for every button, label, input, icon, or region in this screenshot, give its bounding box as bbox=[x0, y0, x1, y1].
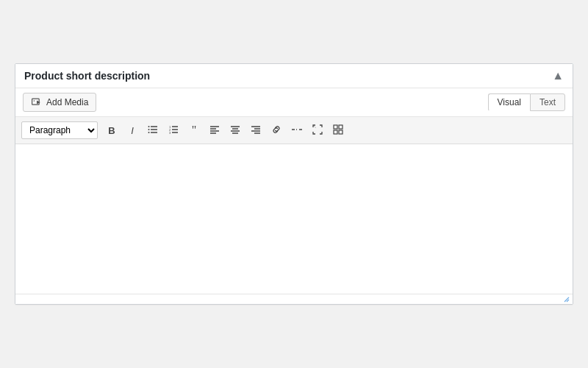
svg-rect-32 bbox=[339, 125, 343, 129]
svg-marker-1 bbox=[37, 101, 40, 105]
bold-icon: B bbox=[108, 125, 115, 136]
blockquote-icon: " bbox=[192, 124, 197, 136]
blockquote-button[interactable]: " bbox=[184, 121, 204, 140]
svg-line-35 bbox=[564, 297, 569, 302]
more-tag-button[interactable] bbox=[287, 121, 306, 140]
italic-button[interactable]: I bbox=[123, 121, 142, 140]
collapse-icon[interactable]: ▲ bbox=[552, 70, 564, 82]
paragraph-select[interactable]: Paragraph Heading 1 Heading 2 Heading 3 … bbox=[21, 121, 98, 139]
kitchen-sink-button[interactable] bbox=[329, 121, 348, 140]
insert-link-icon bbox=[271, 124, 282, 137]
align-left-button[interactable] bbox=[205, 121, 224, 140]
resize-handle-icon bbox=[562, 295, 570, 304]
align-center-icon bbox=[230, 124, 240, 137]
panel-title: Product short description bbox=[24, 70, 150, 82]
unordered-list-icon bbox=[148, 124, 158, 137]
add-media-icon bbox=[31, 96, 43, 108]
insert-link-button[interactable] bbox=[267, 121, 286, 140]
panel-header: Product short description ▲ bbox=[15, 64, 573, 88]
svg-point-7 bbox=[148, 129, 150, 130]
kitchen-sink-icon bbox=[333, 124, 343, 137]
align-center-button[interactable] bbox=[226, 121, 245, 140]
svg-rect-33 bbox=[334, 130, 337, 134]
fullscreen-icon bbox=[312, 124, 323, 137]
editor-toolbar-top: Add Media Visual Text bbox=[15, 88, 573, 117]
editor-footer bbox=[15, 294, 573, 304]
align-right-icon bbox=[251, 124, 261, 137]
add-media-label: Add Media bbox=[46, 97, 88, 107]
svg-line-36 bbox=[567, 300, 569, 302]
formatting-bar: Paragraph Heading 1 Heading 2 Heading 3 … bbox=[15, 117, 573, 144]
bold-button[interactable]: B bbox=[102, 121, 121, 140]
editor-textarea[interactable] bbox=[15, 144, 573, 291]
tab-text[interactable]: Text bbox=[530, 93, 565, 111]
view-tabs: Visual Text bbox=[488, 93, 565, 111]
svg-point-2 bbox=[34, 100, 35, 102]
italic-icon: I bbox=[131, 125, 134, 136]
unordered-list-button[interactable] bbox=[143, 121, 162, 140]
svg-rect-31 bbox=[334, 125, 337, 129]
align-right-button[interactable] bbox=[246, 121, 265, 140]
more-tag-icon bbox=[291, 124, 303, 137]
ordered-list-button[interactable]: 123 bbox=[164, 121, 183, 140]
product-short-description-panel: Product short description ▲ Add Media Vi… bbox=[15, 63, 573, 305]
svg-point-8 bbox=[148, 132, 150, 133]
align-left-icon bbox=[209, 124, 220, 137]
svg-rect-34 bbox=[339, 130, 343, 134]
tab-visual[interactable]: Visual bbox=[488, 93, 530, 111]
svg-point-6 bbox=[148, 126, 150, 127]
fullscreen-button[interactable] bbox=[308, 121, 327, 140]
svg-text:3: 3 bbox=[169, 130, 171, 134]
add-media-button[interactable]: Add Media bbox=[23, 93, 96, 112]
ordered-list-icon: 123 bbox=[168, 124, 179, 137]
